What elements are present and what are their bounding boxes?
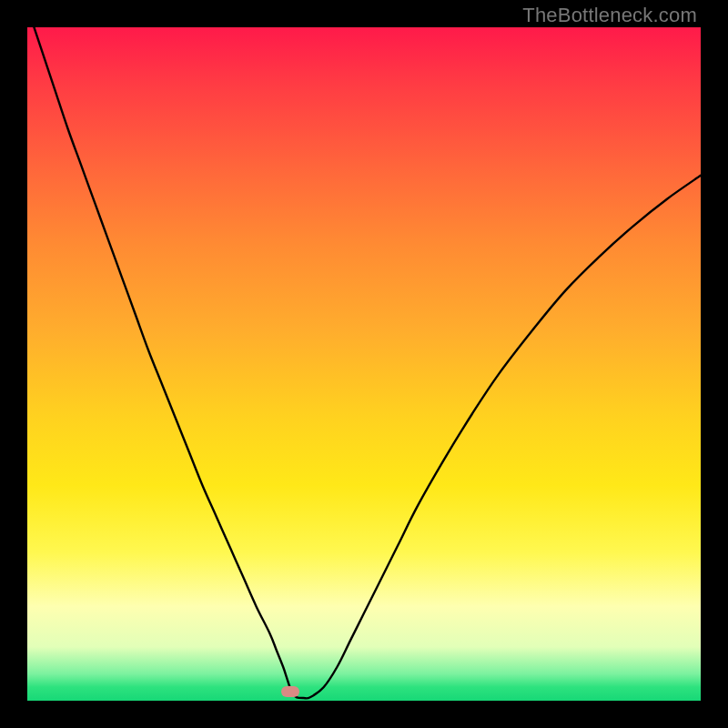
minimum-marker	[281, 686, 299, 697]
plot-area	[27, 27, 701, 701]
chart-frame: TheBottleneck.com	[0, 0, 728, 728]
watermark-text: TheBottleneck.com	[522, 4, 697, 27]
bottleneck-curve	[27, 27, 701, 701]
